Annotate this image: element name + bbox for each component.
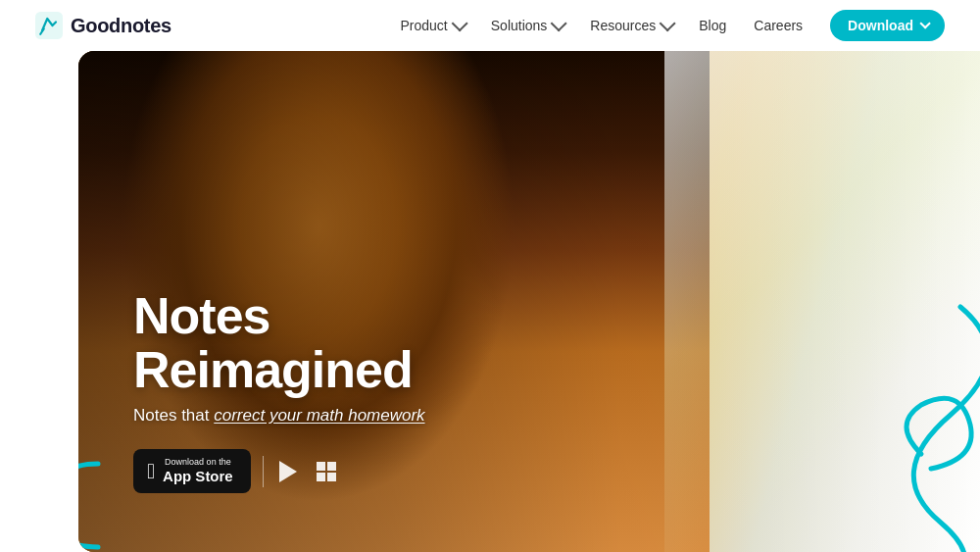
svg-rect-2 (317, 462, 325, 471)
goodnotes-logo-icon (35, 12, 63, 39)
svg-rect-4 (317, 473, 325, 481)
svg-rect-3 (327, 462, 336, 471)
windows-store-button[interactable] (315, 460, 338, 483)
squiggle-right-decoration (823, 297, 980, 552)
svg-marker-1 (279, 461, 297, 482)
chevron-down-icon (660, 15, 676, 31)
app-store-text: Download on the App Store (163, 457, 233, 485)
hero-section: Notes Reimagined Notes that correct your… (78, 51, 980, 552)
chevron-down-icon (551, 15, 567, 31)
other-store-buttons (275, 459, 338, 484)
hero-subtitle: Notes that correct your math homework (133, 406, 425, 426)
logo-text: Goodnotes (71, 15, 172, 37)
svg-rect-0 (35, 12, 63, 39)
play-icon (275, 459, 301, 484)
download-button[interactable]: Download (830, 10, 945, 41)
nav-item-careers[interactable]: Careers (754, 18, 803, 33)
hero-title: Notes Reimagined (133, 289, 425, 396)
svg-rect-5 (327, 473, 336, 481)
navbar: Goodnotes Product Solutions Resources Bl… (0, 0, 980, 51)
nav-item-product[interactable]: Product (401, 18, 464, 33)
chevron-down-icon (451, 15, 467, 31)
nav-links: Product Solutions Resources Blog Careers… (401, 10, 945, 41)
google-play-button[interactable] (275, 459, 301, 484)
nav-item-resources[interactable]: Resources (590, 18, 671, 33)
apple-icon:  (147, 461, 155, 482)
store-divider (263, 456, 264, 487)
chevron-down-icon (919, 18, 930, 28)
nav-item-blog[interactable]: Blog (699, 18, 726, 33)
windows-icon (315, 460, 338, 483)
nav-item-solutions[interactable]: Solutions (491, 18, 564, 33)
hero-content: Notes Reimagined Notes that correct your… (133, 289, 425, 493)
hero-download-buttons:  Download on the App Store (133, 449, 425, 493)
app-store-button[interactable]:  Download on the App Store (133, 449, 251, 493)
logo[interactable]: Goodnotes (35, 12, 172, 39)
